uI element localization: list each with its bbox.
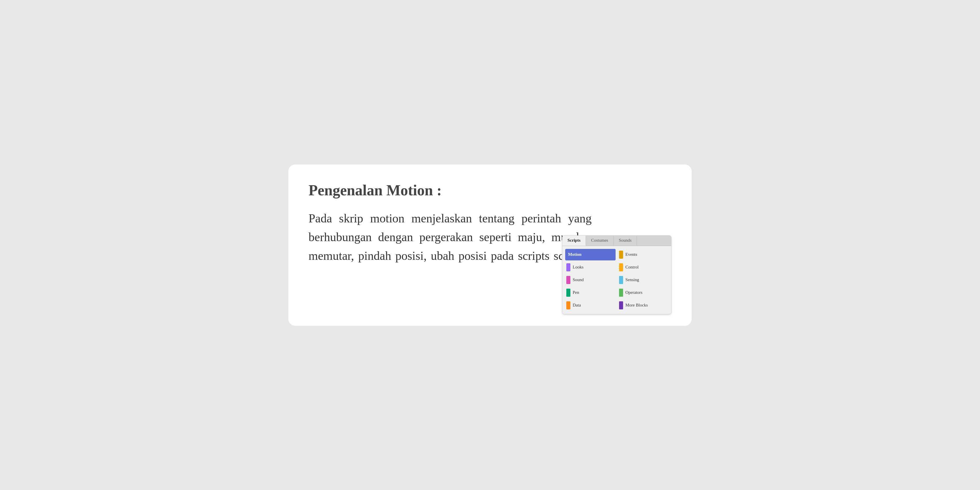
- tab-costumes[interactable]: Costumes: [586, 235, 614, 246]
- main-card: Pengenalan Motion : Pada skrip motion me…: [288, 164, 692, 326]
- more-blocks-label: More Blocks: [625, 303, 648, 308]
- sound-label: Sound: [573, 277, 584, 282]
- scratch-body: Motion Events Looks Control Sound: [562, 246, 671, 314]
- sound-color: [566, 276, 570, 284]
- pen-color: [566, 289, 570, 297]
- scratch-item-operators[interactable]: Operators: [618, 287, 668, 298]
- events-color: [619, 251, 623, 259]
- operators-label: Operators: [625, 290, 643, 295]
- scratch-item-more-blocks[interactable]: More Blocks: [618, 299, 668, 311]
- control-label: Control: [625, 265, 639, 270]
- more-blocks-color: [619, 301, 623, 309]
- events-label: Events: [625, 252, 637, 257]
- control-color: [619, 263, 623, 271]
- data-label: Data: [573, 303, 581, 308]
- motion-label: Motion: [568, 252, 582, 257]
- sensing-label: Sensing: [625, 277, 639, 282]
- scratch-item-sensing[interactable]: Sensing: [618, 274, 668, 286]
- scratch-item-sound[interactable]: Sound: [565, 274, 616, 286]
- looks-color: [566, 263, 570, 271]
- operators-color: [619, 289, 623, 297]
- sensing-color: [619, 276, 623, 284]
- scratch-item-data[interactable]: Data: [565, 299, 616, 311]
- tab-scripts[interactable]: Scripts: [562, 235, 586, 246]
- page-body: Pada skrip motion menjelaskan tentang pe…: [309, 209, 592, 265]
- scratch-item-events[interactable]: Events: [618, 249, 668, 261]
- scratch-item-control[interactable]: Control: [618, 262, 668, 273]
- scratch-panel: Scripts Costumes Sounds Motion Events Lo…: [562, 235, 671, 314]
- scratch-item-motion[interactable]: Motion: [565, 249, 616, 261]
- scratch-tabs: Scripts Costumes Sounds: [562, 235, 671, 246]
- scratch-item-pen[interactable]: Pen: [565, 287, 616, 298]
- tab-sounds[interactable]: Sounds: [614, 235, 637, 246]
- pen-label: Pen: [573, 290, 579, 295]
- page-title: Pengenalan Motion :: [309, 182, 671, 199]
- looks-label: Looks: [573, 265, 584, 270]
- data-color: [566, 301, 570, 309]
- scratch-item-looks[interactable]: Looks: [565, 262, 616, 273]
